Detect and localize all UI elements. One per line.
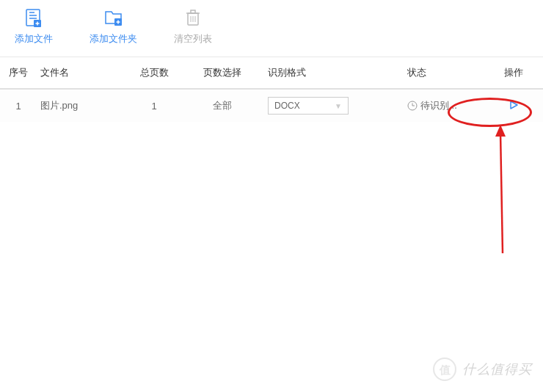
header-pageselect: 页数选择 — [183, 66, 260, 79]
svg-rect-12 — [191, 10, 195, 13]
play-icon[interactable] — [509, 100, 519, 112]
cell-format: DOCX ▼ — [260, 97, 393, 115]
format-dropdown[interactable]: DOCX ▼ — [268, 97, 349, 115]
svg-text:值: 值 — [439, 363, 451, 376]
watermark-logo-icon: 值 — [433, 357, 456, 381]
cell-filename: 图片.png — [37, 99, 125, 112]
header-filename: 文件名 — [37, 66, 125, 79]
annotation-arrow — [492, 125, 521, 259]
table-row: 1 图片.png 1 全部 DOCX ▼ 待识别... — [0, 90, 543, 122]
add-folder-icon — [103, 7, 124, 28]
header-totalpages: 总页数 — [125, 66, 183, 79]
cell-index: 1 — [0, 101, 37, 112]
toolbar: 添加文件 添加文件夹 清空列表 — [0, 0, 543, 57]
add-file-icon — [23, 7, 44, 28]
clear-list-label: 清空列表 — [174, 32, 212, 46]
header-index: 序号 — [0, 66, 37, 79]
add-file-label: 添加文件 — [15, 32, 53, 46]
cell-action — [484, 100, 543, 112]
add-folder-label: 添加文件夹 — [90, 32, 137, 46]
status-text: 待识别... — [420, 99, 457, 112]
clear-list-button[interactable]: 清空列表 — [174, 7, 212, 46]
header-action: 操作 — [484, 66, 543, 79]
cell-totalpages: 1 — [125, 101, 183, 112]
add-file-button[interactable]: 添加文件 — [15, 7, 53, 46]
cell-pageselect[interactable]: 全部 — [183, 99, 260, 112]
watermark: 值 什么值得买 — [433, 357, 532, 381]
trash-icon — [183, 7, 203, 28]
svg-line-20 — [500, 132, 503, 253]
add-folder-button[interactable]: 添加文件夹 — [90, 7, 137, 46]
watermark-text: 什么值得买 — [462, 360, 532, 378]
clock-icon — [407, 101, 418, 111]
svg-marker-21 — [495, 125, 506, 137]
header-status: 状态 — [393, 66, 484, 79]
cell-status: 待识别... — [393, 99, 484, 112]
format-value: DOCX — [274, 101, 300, 111]
header-format: 识别格式 — [260, 66, 393, 79]
svg-marker-19 — [511, 101, 517, 109]
chevron-down-icon: ▼ — [335, 102, 342, 110]
table-header-row: 序号 文件名 总页数 页数选择 识别格式 状态 操作 — [0, 57, 543, 90]
